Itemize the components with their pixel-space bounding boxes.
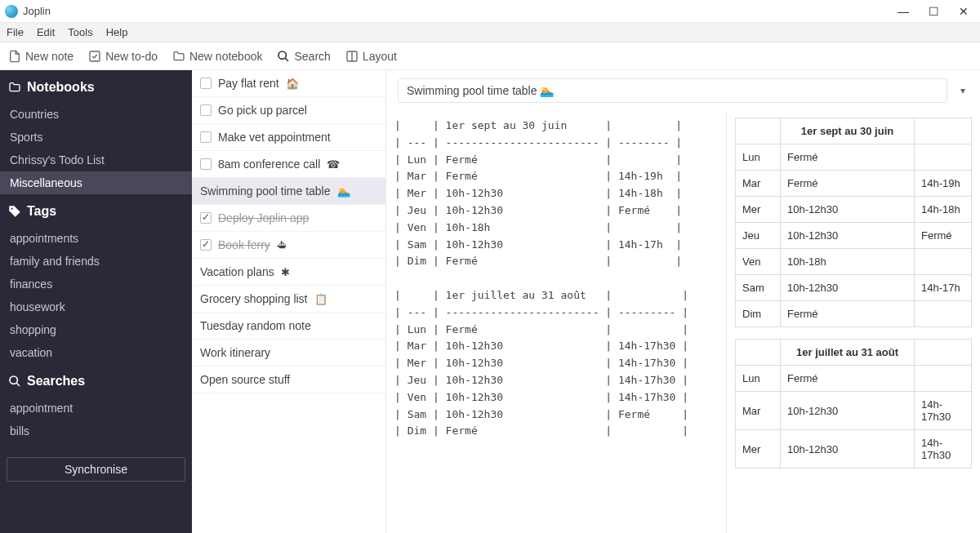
tags-section-title[interactable]: Tags (0, 194, 192, 227)
new-notebook-label: New notebook (189, 50, 263, 63)
table-cell: Fermé (915, 223, 972, 249)
sidebar-search-item[interactable]: bills (0, 420, 192, 442)
rendered-table: 1er juillet au 31 aoûtLunFerméMar10h-12h… (735, 339, 972, 469)
table-cell: Mar (736, 392, 781, 430)
menu-tools[interactable]: Tools (68, 26, 92, 38)
app-logo-icon (5, 5, 18, 18)
table-cell: 14h-17h30 (915, 430, 972, 469)
table-cell: Fermé (781, 301, 915, 327)
searches-section-title[interactable]: Searches (0, 364, 192, 397)
window-maximize-button[interactable]: ☐ (929, 5, 939, 18)
table-cell: Fermé (781, 366, 915, 392)
new-note-button[interactable]: New note (8, 50, 74, 63)
table-row: MarFermé14h-19h (736, 171, 972, 197)
note-list-item-label: Book ferry (218, 238, 270, 251)
search-button[interactable]: Search (277, 50, 330, 63)
note-list-item-label: Go pick up parcel (218, 104, 307, 117)
new-todo-label: New to-do (105, 50, 158, 63)
note-emoji-icon: 🏊 (337, 185, 350, 198)
table-cell: 14h-18h (915, 197, 972, 223)
sidebar-tag-item[interactable]: finances (0, 273, 192, 295)
menu-help[interactable]: Help (106, 26, 128, 38)
checkbox-icon (88, 50, 101, 63)
note-list-item[interactable]: Swimming pool time table🏊 (192, 178, 385, 205)
note-icon (8, 50, 21, 63)
table-cell: 14h-17h30 (915, 392, 972, 430)
table-cell: 14h-19h (915, 171, 972, 197)
sidebar-tag-item[interactable]: housework (0, 295, 192, 318)
todo-checkbox[interactable] (200, 239, 212, 251)
synchronise-button[interactable]: Synchronise (7, 457, 185, 482)
sidebar-notebook-item[interactable]: Chrissy's Todo List (0, 149, 192, 171)
new-notebook-button[interactable]: New notebook (172, 50, 263, 63)
table-cell: Lun (736, 366, 781, 392)
note-list-item-label: Tuesday random note (200, 319, 311, 332)
note-list-item[interactable]: Book ferry⛴ (192, 232, 385, 259)
sidebar-tag-item[interactable]: family and friends (0, 250, 192, 273)
note-emoji-icon: 🏠 (286, 78, 299, 90)
table-cell: Dim (736, 301, 781, 327)
sidebar-notebook-item[interactable]: Countries (0, 103, 192, 126)
note-list-item[interactable]: Work itinerary (192, 340, 385, 366)
svg-point-3 (11, 208, 13, 210)
window-close-button[interactable]: ✕ (959, 5, 969, 18)
sidebar-notebook-item[interactable]: Miscellaneous (0, 171, 192, 194)
layout-button[interactable]: Layout (345, 50, 397, 63)
note-list-item[interactable]: Deploy Joplin app (192, 205, 385, 232)
layout-label: Layout (363, 50, 397, 63)
sidebar-notebook-item[interactable]: Sports (0, 126, 192, 149)
table-cell: 10h-12h30 (781, 197, 915, 223)
table-cell: Mer (736, 197, 781, 223)
table-row: Ven10h-18h (736, 249, 972, 275)
table-title-cell: 1er sept au 30 juin (781, 118, 915, 144)
todo-checkbox[interactable] (200, 131, 212, 143)
note-emoji-icon: ☎ (327, 158, 340, 171)
note-actions-chevron-down-icon[interactable]: ▾ (957, 82, 969, 100)
table-cell: 10h-12h30 (781, 275, 915, 301)
sidebar-tag-item[interactable]: shopping (0, 318, 192, 341)
note-list-item[interactable]: 8am conference call☎ (192, 151, 385, 178)
search-icon (277, 50, 290, 63)
note-emoji-icon: 📋 (314, 293, 327, 305)
table-row: Sam10h-12h3014h-17h (736, 275, 972, 301)
note-list-item-label: Grocery shopping list (200, 292, 308, 305)
todo-checkbox[interactable] (200, 104, 212, 116)
todo-checkbox[interactable] (200, 212, 212, 224)
todo-checkbox[interactable] (200, 78, 212, 89)
tag-icon (8, 205, 21, 218)
sidebar-tag-item[interactable]: appointments (0, 227, 192, 250)
note-list-item-label: Pay flat rent (218, 77, 279, 90)
table-row: Mer10h-12h3014h-17h30 (736, 430, 972, 469)
svg-point-4 (10, 376, 17, 384)
note-list-item-label: Vacation plans (200, 265, 274, 278)
notebooks-section-title[interactable]: Notebooks (0, 70, 192, 103)
note-list-item[interactable]: Pay flat rent🏠 (192, 70, 385, 97)
table-cell: Mar (736, 171, 781, 197)
note-list-item-label: 8am conference call (218, 158, 320, 171)
note-list-item[interactable]: Go pick up parcel (192, 97, 385, 124)
sidebar-tag-item[interactable]: vacation (0, 341, 192, 364)
rendered-preview-pane[interactable]: 1er sept au 30 juinLunFerméMarFermé14h-1… (727, 111, 980, 533)
table-cell: 10h-12h30 (781, 430, 915, 469)
new-todo-button[interactable]: New to-do (88, 50, 158, 63)
table-cell (915, 249, 972, 275)
note-list-item-label: Deploy Joplin app (218, 211, 309, 224)
note-list-item[interactable]: Open source stuff (192, 366, 385, 393)
sidebar-search-item[interactable]: appointment (0, 397, 192, 420)
note-list-item[interactable]: Grocery shopping list📋 (192, 286, 385, 313)
table-row: Jeu10h-12h30Fermé (736, 223, 972, 249)
window-minimize-button[interactable]: — (898, 5, 909, 18)
svg-point-1 (278, 51, 286, 59)
note-list-item[interactable]: Vacation plans✱ (192, 259, 385, 286)
menu-file[interactable]: File (7, 26, 24, 38)
note-list-item-label: Make vet appointment (218, 131, 331, 144)
note-list-item[interactable]: Tuesday random note (192, 313, 385, 340)
table-cell: 14h-17h (915, 275, 972, 301)
note-title-input[interactable] (398, 78, 947, 103)
markdown-source-pane[interactable]: | | 1er sept au 30 juin | | | --- | ----… (386, 111, 727, 533)
table-cell: Fermé (781, 171, 915, 197)
todo-checkbox[interactable] (200, 158, 212, 170)
menu-edit[interactable]: Edit (37, 26, 55, 38)
note-list-item[interactable]: Make vet appointment (192, 124, 385, 151)
table-cell: Fermé (781, 144, 915, 171)
